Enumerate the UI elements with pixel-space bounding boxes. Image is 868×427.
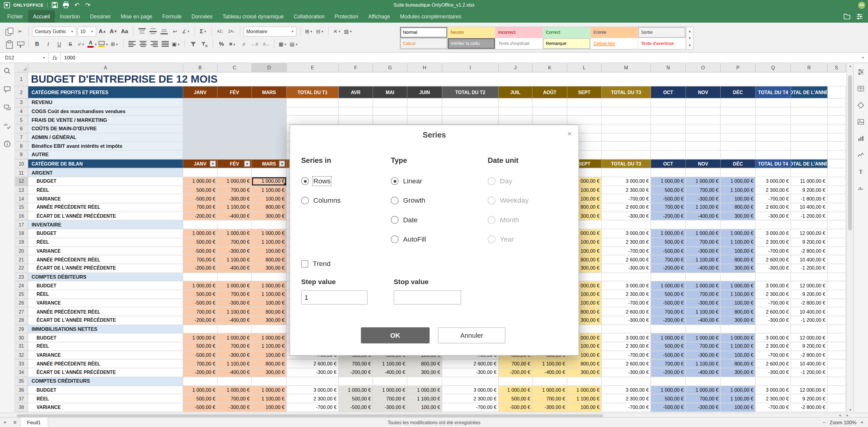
cell-O13[interactable]: 700,00 €	[686, 186, 721, 195]
cell-R20[interactable]: -2 800,00 €	[791, 247, 828, 255]
cell-N24[interactable]: 1 000,00 €	[651, 282, 686, 291]
cell-R5[interactable]	[791, 116, 828, 125]
redo-icon[interactable]: ↷	[84, 1, 92, 9]
row-header-11[interactable]: 11	[15, 169, 28, 177]
cell-A27[interactable]: ANNÉE PRÉCÉDENTE RÉEL	[28, 308, 183, 316]
cell-Q13[interactable]: 2 300,00 €	[755, 186, 791, 195]
cell-C37[interactable]: 700,00 €	[218, 394, 252, 403]
cell-A6[interactable]: COÛTS DE MAIN-D'ŒUVRE	[28, 125, 183, 133]
increase-decimal-icon[interactable]: .0→	[261, 39, 271, 49]
zoom-in-button[interactable]: +	[861, 419, 864, 425]
sheet-list-icon[interactable]: ≡	[10, 418, 20, 427]
cell-K3[interactable]	[532, 99, 567, 108]
cell-E3[interactable]	[287, 99, 339, 108]
row-header-16[interactable]: 16	[15, 212, 28, 221]
row-header-29[interactable]: 29	[15, 325, 28, 334]
cell-R12[interactable]: 11 000,00 €	[791, 177, 828, 186]
cell-Q31[interactable]: 2 300,00 €	[755, 342, 791, 351]
cell-J2[interactable]: JUIL	[499, 87, 532, 99]
cell-N26[interactable]: -500,00 €	[651, 299, 686, 308]
filter-icon[interactable]	[188, 39, 198, 49]
cell-O23[interactable]	[686, 273, 721, 282]
cell-L38[interactable]: 100,00 €	[567, 403, 602, 412]
cell-A33[interactable]: ANNÉE PRÉCÉDENTE RÉEL	[28, 360, 183, 368]
cell-S38[interactable]	[828, 403, 846, 412]
cell-P3[interactable]	[721, 99, 755, 108]
cell-B16[interactable]: -200,00 €	[183, 212, 218, 221]
cell-D9[interactable]	[252, 151, 287, 159]
cell-M18[interactable]: 3 000,00 €	[602, 230, 651, 238]
cell-P17[interactable]	[721, 221, 755, 230]
align-bottom-icon[interactable]	[159, 26, 169, 36]
cell-C15[interactable]: 1 100,00 €	[218, 203, 252, 212]
cell-S17[interactable]	[828, 221, 846, 230]
cell-S16[interactable]	[828, 212, 846, 221]
cell-O31[interactable]: 700,00 €	[686, 342, 721, 351]
cell-S37[interactable]	[828, 394, 846, 403]
cell-A18[interactable]: BUDGET	[28, 230, 183, 238]
insert-function-icon[interactable]: fx	[49, 53, 61, 62]
search-icon[interactable]	[3, 66, 11, 75]
cell-A38[interactable]: VARIANCE	[28, 403, 183, 412]
cell-A21[interactable]: ANNÉE PRÉCÉDENTE RÉEL	[28, 255, 183, 264]
cell-P28[interactable]: 300,00 €	[721, 316, 755, 325]
cell-A12[interactable]: BUDGET	[28, 177, 183, 186]
wrap-text-icon[interactable]: ↩	[170, 26, 180, 36]
column-header-L[interactable]: L	[567, 63, 602, 72]
cell-F35[interactable]	[339, 377, 373, 386]
cell-Q30[interactable]: 3 000,00 €	[755, 334, 791, 342]
row-header-20[interactable]: 20	[15, 247, 28, 255]
cell-C18[interactable]: 1 000,00 €	[218, 230, 252, 238]
cell-S34[interactable]	[828, 368, 846, 377]
row-header-8[interactable]: 8	[15, 142, 28, 151]
cell-S30[interactable]	[828, 334, 846, 342]
cell-O35[interactable]	[686, 377, 721, 386]
row-header-27[interactable]: 27	[15, 308, 28, 316]
cell-D6[interactable]	[252, 125, 287, 133]
cell-G35[interactable]	[373, 377, 407, 386]
strikethrough-icon[interactable]: S	[65, 39, 75, 49]
cell-M35[interactable]	[602, 377, 651, 386]
cell-N3[interactable]	[651, 99, 686, 108]
sheet-tab-feuil1[interactable]: Feuil1	[20, 418, 48, 427]
row-header-2[interactable]: 2	[15, 87, 28, 99]
cell-G5[interactable]	[373, 116, 407, 125]
cell-N38[interactable]: -500,00 €	[651, 403, 686, 412]
cell-P13[interactable]: 1 100,00 €	[721, 186, 755, 195]
cell-O17[interactable]	[686, 221, 721, 230]
cell-M15[interactable]: 2 600,00 €	[602, 203, 651, 212]
cell-P32[interactable]: 100,00 €	[721, 351, 755, 360]
cell-C29[interactable]	[218, 325, 252, 334]
cell-H36[interactable]: 1 000,00 €	[407, 386, 442, 394]
cell-D7[interactable]	[252, 133, 287, 142]
percent-style-icon[interactable]: %	[216, 39, 226, 49]
trend-checkbox-row[interactable]: Trend	[301, 260, 331, 268]
cell-J37[interactable]: 500,00 €	[499, 394, 532, 403]
cell-K4[interactable]	[532, 108, 567, 116]
filter-button-D10[interactable]: ▼	[279, 161, 285, 167]
row-header-14[interactable]: 14	[15, 194, 28, 203]
cell-C8[interactable]	[218, 142, 252, 151]
cell-A25[interactable]: RÉEL	[28, 290, 183, 299]
cell-D5[interactable]	[252, 116, 287, 125]
cell-Q18[interactable]: 3 000,00 €	[755, 230, 791, 238]
zoom-out-button[interactable]: −	[823, 419, 826, 425]
cell-O29[interactable]	[686, 325, 721, 334]
cell-A29[interactable]: IMMOBILISATIONS NETTES	[28, 325, 183, 334]
name-box[interactable]: D12▼	[0, 53, 49, 62]
cell-E35[interactable]	[287, 377, 339, 386]
radio-type-growth[interactable]: Growth	[391, 194, 426, 207]
cell-A7[interactable]: ADMIN / GÉNÉRAL	[28, 133, 183, 142]
align-center-icon[interactable]	[138, 39, 148, 49]
cell-O3[interactable]	[686, 99, 721, 108]
cell-B10[interactable]: JANV▼	[183, 159, 218, 169]
cell-D21[interactable]: 800,00 €	[252, 255, 287, 264]
cell-J35[interactable]	[499, 377, 532, 386]
gallery-scroll[interactable]: ▲▼▼	[687, 27, 694, 50]
cell-R2[interactable]: TOTAL DE L'ANNÉE	[791, 87, 828, 99]
cell-D29[interactable]	[252, 325, 287, 334]
column-header-G[interactable]: G	[373, 63, 407, 72]
column-header-C[interactable]: C	[218, 63, 252, 72]
cell-P30[interactable]: 1 000,00 €	[721, 334, 755, 342]
cell-P21[interactable]: 800,00 €	[721, 255, 755, 264]
